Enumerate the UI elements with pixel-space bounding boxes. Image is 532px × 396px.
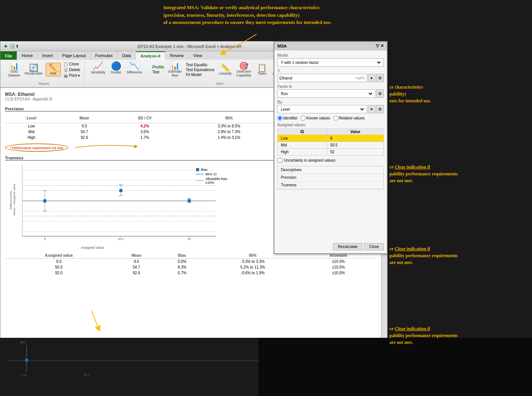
delete-button[interactable]: 🗑️ Delete — [62, 67, 81, 72]
variability-button[interactable]: 📈 Variability — [89, 61, 107, 75]
difference-button[interactable]: 📉 Difference — [125, 61, 144, 75]
msa-model-input[interactable]: Y with 1 random factor — [277, 58, 384, 67]
right-annotation-3: ce Clear indication ifpability performan… — [390, 245, 458, 266]
msa-factor-a-input[interactable]: Run — [277, 89, 375, 98]
msa-uncertainty-label: Uncertainty in assigned values — [284, 158, 336, 162]
msa-factor-a-config-btn[interactable]: ⚙ — [376, 89, 384, 98]
msa-panel-body: Model: Y with 1 random factor Y: Ethanol… — [274, 50, 387, 192]
svg-rect-21 — [43, 199, 46, 202]
ribbon-group-report: 📊 GotoDataset 🔄 Recalculate ✏️ Edit 📋 Cl… — [3, 61, 85, 86]
legend-allowable: Allowable bias±10% — [205, 177, 227, 184]
msa-by-dropdown-btn[interactable]: ▾ — [368, 105, 375, 113]
msa-y-dropdown-btn[interactable]: ▾ — [368, 74, 375, 82]
msa-uncertainty-checkbox[interactable] — [277, 158, 282, 163]
msa-panel: MSA ▽ ✕ Model: Y with 1 random factor Y:… — [274, 41, 388, 254]
msa-known-label: Known values — [306, 116, 330, 120]
estimate-bias-button[interactable]: 📊 EstimateBias — [167, 61, 183, 78]
svg-text:50.5: 50.5 — [84, 373, 90, 376]
msa-radio-relative[interactable]: Relative values — [333, 116, 365, 121]
msa-descriptives-item[interactable]: Descriptives — [278, 166, 383, 174]
assigned-col-id: ID — [278, 129, 327, 135]
msa-close-button[interactable]: Close — [364, 243, 384, 250]
msa-by-select[interactable]: Level — [279, 107, 365, 112]
tab-formulas[interactable]: Formulas — [91, 51, 118, 60]
ci95-high: 1.4% to 3.1% — [179, 135, 279, 140]
profile-button[interactable]: Profile — [151, 65, 165, 70]
scatter-button[interactable]: 🔵 Scatter — [108, 61, 124, 75]
msa-radio-identifier[interactable]: Identifier — [277, 116, 298, 121]
assigned-id-low: Low — [278, 135, 327, 142]
msa-factor-a-label: Factor A: — [277, 84, 384, 89]
msa-precision-item[interactable]: Precision — [278, 174, 383, 181]
detection-capability-button[interactable]: 🎯 DetectionCapability — [235, 61, 253, 78]
msa-radio-group: Identifier Known values Relative values — [277, 116, 384, 121]
test-button[interactable]: Test — [151, 70, 165, 75]
bottom-banner: -8% Low 50.5 High quality reports and ch… — [0, 338, 532, 396]
msa-close-icon[interactable]: ✕ — [380, 43, 384, 48]
ci95-mid: 2.8% to 7.3% — [179, 129, 279, 135]
chart-y-label: Difference(%)Mean − Assigned value — [9, 185, 16, 215]
recalculate-icon: 🔄 — [29, 64, 38, 72]
legend-bias: Bias — [201, 168, 207, 172]
allowable-t-mid: ±10.0% — [301, 264, 375, 270]
col-assigned-val: Assigned value — [5, 253, 113, 259]
level-high: High — [5, 135, 58, 140]
msa-y-input[interactable]: Ethanol mg/dL — [277, 74, 367, 82]
chart-legend: Bias 95% CI Allowable bias±10% — [196, 168, 227, 185]
cv-high: 1.7% — [111, 135, 179, 140]
msa-recalculate-button[interactable]: Recalculate — [333, 243, 363, 250]
msa-y-config-btn[interactable]: ⚙ — [376, 74, 384, 82]
msa-y-value: Ethanol — [279, 76, 292, 80]
msa-identifier-label: Identifier — [283, 116, 298, 120]
msa-factor-a-select[interactable]: Run — [279, 91, 374, 96]
assigned-row-low[interactable]: Low 9 — [278, 135, 384, 142]
msa-radio-known[interactable]: Known values — [301, 116, 330, 121]
tab-analyse-it[interactable]: Analyse-it — [136, 51, 166, 60]
tab-data[interactable]: Data — [117, 51, 136, 60]
assigned-row-mid[interactable]: Mid 50.5 — [278, 142, 384, 149]
assigned-mid: 50.5 — [5, 264, 113, 270]
right-annotation-1: ce characteristicspability)ents for inte… — [390, 84, 431, 104]
msa-by-config-btn[interactable]: ⚙ — [376, 105, 384, 113]
svg-text:Low: Low — [21, 373, 27, 376]
trueness-row-high: 92.0 92.6 0.7% -0.6% to 1.9% ±10.0% — [5, 270, 375, 276]
estimate-bias-label: EstimateBias — [168, 70, 182, 77]
msa-expand-icon[interactable]: ▽ — [376, 43, 379, 48]
fit-model-button[interactable]: Fit Model — [185, 72, 216, 77]
tab-file[interactable]: File — [0, 51, 17, 60]
linearity-button[interactable]: 📏 Linearity — [217, 63, 233, 76]
warning-arrow — [71, 142, 140, 153]
msa-assigned-header: Assigned values: — [277, 123, 384, 127]
allowable-t-high: ±10.0% — [301, 270, 375, 276]
print-button[interactable]: 🖨️ Print ▾ — [62, 73, 81, 78]
linearity-icon: 📏 — [220, 64, 230, 72]
trueness-chart: 12% 8% 4% 0% -4% -8% -12% — [22, 164, 220, 240]
tab-insert[interactable]: Insert — [38, 51, 58, 60]
difference-icon: 📉 — [129, 62, 139, 70]
clone-button[interactable]: 📋 Clone — [62, 62, 81, 67]
msa-by-input[interactable]: Level — [277, 105, 367, 113]
tab-home[interactable]: Home — [17, 51, 38, 60]
goto-dataset-button[interactable]: 📊 GotoDataset — [6, 61, 22, 78]
edit-button[interactable]: ✏️ Edit — [46, 63, 61, 76]
ci95-t-high: -0.6% to 1.9% — [204, 270, 301, 276]
assigned-row-high[interactable]: High 92 — [278, 149, 384, 156]
msa-relative-label: Relative values — [339, 116, 365, 120]
col-sd-cv: SD / CV — [111, 113, 179, 123]
msa-group-label: MSA — [217, 82, 224, 86]
test-equivalence-button[interactable]: Test Equivalence — [185, 67, 216, 72]
mean-mid: 54.7 — [58, 129, 111, 135]
msa-trueness-item[interactable]: Trueness — [278, 181, 383, 189]
chart-x-label: Assigned value — [81, 246, 104, 250]
col-95: 95% — [179, 113, 279, 123]
trueness-row-mid: 50.5 54.7 8.3% 5.2% to 11.3% ±10.0% — [5, 264, 375, 270]
assigned-value-mid: 50.5 — [327, 142, 383, 149]
recalculate-button[interactable]: 🔄 Recalculate — [23, 63, 44, 76]
tab-page-layout[interactable]: Page Layout — [58, 51, 91, 60]
msa-model-select[interactable]: Y with 1 random factor — [279, 60, 382, 65]
test-equality-button[interactable]: Test Equality — [185, 62, 216, 67]
col-mean-t: Mean — [113, 253, 160, 259]
ci95-low: 3.3% to 8.5% — [179, 123, 279, 129]
msa-model-label: Model: — [277, 53, 384, 57]
tasks-button[interactable]: 📋 Tasks — [254, 63, 269, 76]
